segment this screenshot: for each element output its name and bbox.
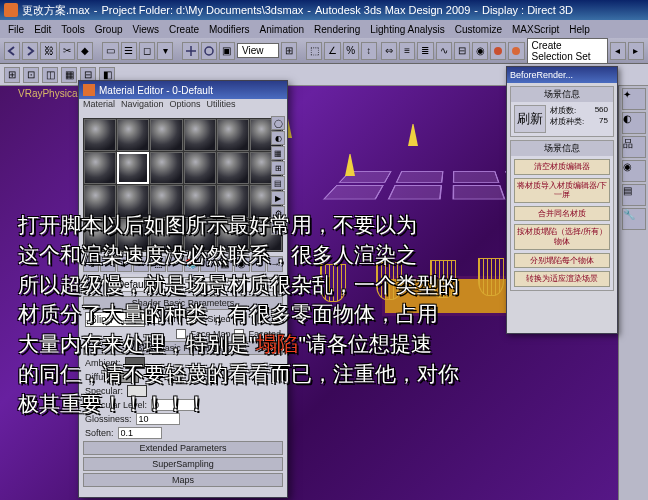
- select-by-mat-icon[interactable]: ⊡: [271, 221, 285, 235]
- render-setup-button[interactable]: [490, 42, 506, 60]
- material-editor-button[interactable]: ◉: [472, 42, 488, 60]
- angle-snap-button[interactable]: ∠: [324, 42, 340, 60]
- rotate-button[interactable]: [201, 42, 217, 60]
- sample-type-icon[interactable]: ◯: [271, 116, 285, 130]
- make-unique-button[interactable]: ≠: [167, 256, 183, 272]
- material-slot[interactable]: [184, 219, 216, 251]
- get-material-button[interactable]: ↘: [83, 256, 99, 272]
- put-material-button[interactable]: ↗: [100, 256, 116, 272]
- material-slot[interactable]: [150, 185, 182, 217]
- assign-material-button[interactable]: ⬇: [117, 256, 133, 272]
- menu-modifiers[interactable]: Modifiers: [205, 24, 254, 35]
- script-panel[interactable]: BeforeRender... 场景信息 刷新 材质数:560 材质种类:75 …: [506, 66, 618, 334]
- menu-group[interactable]: Group: [91, 24, 127, 35]
- menu-file[interactable]: File: [4, 24, 28, 35]
- pick-material-button[interactable]: ✎: [83, 276, 101, 294]
- curve-editor-button[interactable]: ∿: [436, 42, 452, 60]
- material-slot[interactable]: [150, 219, 182, 251]
- go-sibling-button[interactable]: →: [267, 256, 283, 272]
- select-button[interactable]: ▭: [102, 42, 118, 60]
- import-mat-button[interactable]: 将材质导入材质编辑器/下一屏: [514, 178, 610, 203]
- menu-customize[interactable]: Customize: [451, 24, 506, 35]
- viewctl-3[interactable]: ◫: [42, 67, 58, 83]
- material-slot[interactable]: [184, 185, 216, 217]
- viewctl-1[interactable]: ⊞: [4, 67, 20, 83]
- show-result-button[interactable]: ◉: [234, 256, 250, 272]
- material-editor-window[interactable]: Material Editor - 0-Default Material Nav…: [78, 80, 288, 498]
- ambient-swatch[interactable]: [125, 357, 145, 369]
- background-icon[interactable]: ▦: [271, 146, 285, 160]
- move-button[interactable]: [182, 42, 198, 60]
- make-copy-button[interactable]: ⿻: [150, 256, 166, 272]
- material-slot[interactable]: [84, 185, 116, 217]
- material-slot[interactable]: [184, 119, 216, 151]
- rollout-shader[interactable]: Shader Basic Parameters: [83, 296, 283, 310]
- mated-menu-options[interactable]: Options: [170, 99, 201, 114]
- menu-rendering[interactable]: Rendering: [310, 24, 364, 35]
- schematic-button[interactable]: ⊟: [454, 42, 470, 60]
- specular-swatch[interactable]: [127, 385, 147, 397]
- selection-set-dropdown[interactable]: Create Selection Set: [527, 38, 608, 64]
- material-slot[interactable]: [117, 185, 149, 217]
- motion-tab[interactable]: ◉: [622, 160, 646, 182]
- main-menubar[interactable]: File Edit Tools Group Views Create Modif…: [0, 20, 648, 38]
- backlight-icon[interactable]: ◐: [271, 131, 285, 145]
- put-library-button[interactable]: 📚: [184, 256, 200, 272]
- display-tab[interactable]: ▤: [622, 184, 646, 206]
- material-slot[interactable]: [217, 152, 249, 184]
- mated-menubar[interactable]: Material Navigation Options Utilities: [79, 99, 287, 114]
- go-parent-button[interactable]: ↑: [251, 256, 267, 272]
- script-titlebar[interactable]: BeforeRender...: [507, 67, 617, 83]
- merge-same-button[interactable]: 合并同名材质: [514, 206, 610, 222]
- unlink-button[interactable]: ✂: [59, 42, 75, 60]
- collapse-by-mat-button[interactable]: 按材质塌陷（选择/所有）物体: [514, 224, 610, 249]
- menu-views[interactable]: Views: [129, 24, 164, 35]
- facemap-checkbox[interactable]: [176, 329, 186, 339]
- utilities-tab[interactable]: 🔧: [622, 208, 646, 230]
- mated-menu-nav[interactable]: Navigation: [121, 99, 164, 114]
- material-slot[interactable]: [84, 152, 116, 184]
- viewctl-2[interactable]: ⊡: [23, 67, 39, 83]
- material-slot[interactable]: [84, 219, 116, 251]
- speclevel-field[interactable]: [151, 399, 195, 411]
- collapse-each-button[interactable]: 分别塌陷每个物体: [514, 253, 610, 269]
- refresh-button[interactable]: 刷新: [514, 105, 546, 133]
- rollout-blinn[interactable]: Blinn Basic Parameters: [83, 341, 283, 355]
- snap-button[interactable]: ⬚: [306, 42, 322, 60]
- material-slot[interactable]: [117, 119, 149, 151]
- selset-prev-button[interactable]: ◂: [610, 42, 626, 60]
- material-slot[interactable]: [150, 152, 182, 184]
- create-tab[interactable]: ✦: [622, 88, 646, 110]
- rollout-maps[interactable]: Maps: [83, 473, 283, 487]
- gloss-field[interactable]: [136, 413, 180, 425]
- align-button[interactable]: ≡: [399, 42, 415, 60]
- menu-create[interactable]: Create: [165, 24, 203, 35]
- hierarchy-tab[interactable]: 品: [622, 136, 646, 158]
- percent-snap-button[interactable]: %: [343, 42, 359, 60]
- material-slot[interactable]: [84, 119, 116, 151]
- material-slot[interactable]: [184, 152, 216, 184]
- 2sided-checkbox[interactable]: [186, 314, 196, 324]
- convert-render-button[interactable]: 转换为适应渲染场景: [514, 271, 610, 287]
- preview-icon[interactable]: ▶: [271, 191, 285, 205]
- options-icon[interactable]: ⚙: [271, 206, 285, 220]
- scale-button[interactable]: ▣: [219, 42, 235, 60]
- shader-dropdown[interactable]: Blinn: [85, 312, 145, 327]
- menu-lighting[interactable]: Lighting Analysis: [366, 24, 449, 35]
- menu-help[interactable]: Help: [565, 24, 594, 35]
- diffuse-swatch[interactable]: [119, 371, 139, 383]
- selset-next-button[interactable]: ▸: [628, 42, 644, 60]
- mated-titlebar[interactable]: Material Editor - 0-Default: [79, 81, 287, 99]
- coord-button[interactable]: ⊞: [281, 42, 297, 60]
- render-button[interactable]: [508, 42, 524, 60]
- video-check-icon[interactable]: ▤: [271, 176, 285, 190]
- spinner-snap-button[interactable]: ↕: [361, 42, 377, 60]
- layers-button[interactable]: ≣: [417, 42, 433, 60]
- redo-button[interactable]: [22, 42, 38, 60]
- material-slot[interactable]: [150, 119, 182, 151]
- material-slot-selected[interactable]: [117, 152, 149, 184]
- matid-button[interactable]: 0: [200, 256, 216, 272]
- bind-button[interactable]: ◆: [77, 42, 93, 60]
- menu-animation[interactable]: Animation: [256, 24, 308, 35]
- clear-mated-button[interactable]: 清空材质编辑器: [514, 159, 610, 175]
